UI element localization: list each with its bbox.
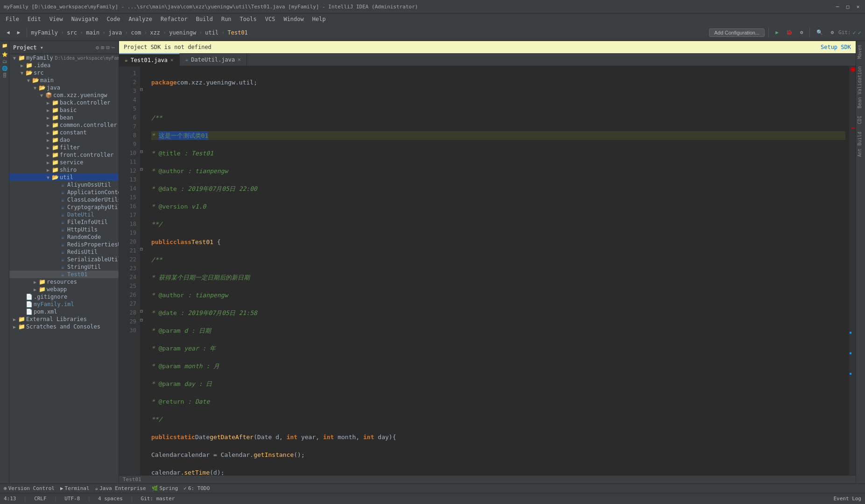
back-button[interactable]: ◀ xyxy=(4,28,13,36)
breadcrumb-com[interactable]: com xyxy=(131,29,141,36)
maven-tab[interactable]: Maven xyxy=(856,41,865,63)
line-ending-item[interactable]: CRLF xyxy=(34,496,47,502)
favorites-icon[interactable]: ⭐ xyxy=(2,52,7,57)
terminal-button[interactable]: ▶ Terminal xyxy=(60,485,90,491)
tree-item-idea[interactable]: ▶ 📁 .idea xyxy=(9,62,119,69)
breadcrumb-util[interactable]: util xyxy=(205,29,218,36)
run-config-button[interactable]: ⚙ xyxy=(797,28,806,36)
breadcrumb-java[interactable]: java xyxy=(108,29,122,36)
tree-item-scratches[interactable]: ▶ 📁 Scratches and Consoles xyxy=(9,323,119,330)
tree-item-randomcode[interactable]: ▶ ☕ RandomCode xyxy=(9,233,119,241)
bean-validation-tab[interactable]: Bean Validation xyxy=(856,63,865,112)
tree-item-serializable[interactable]: ▶ ☕ SerializableUtil xyxy=(9,256,119,263)
tree-item-util[interactable]: ▼ 📂 util xyxy=(9,174,119,181)
forward-button[interactable]: ▶ xyxy=(14,28,23,36)
collapse-icon[interactable]: ⊟ xyxy=(106,44,110,51)
tree-item-main[interactable]: ▼ 📂 main xyxy=(9,77,119,84)
tree-item-bean[interactable]: ▶ 📁 bean xyxy=(9,114,119,121)
menu-analyze[interactable]: Analyze xyxy=(125,15,156,23)
encoding-item[interactable]: UTF-8 xyxy=(64,496,80,502)
todo-button[interactable]: ✓ 6: TODO xyxy=(183,485,210,491)
fold-icon-5[interactable]: ⊟ xyxy=(140,308,148,317)
menu-build[interactable]: Build xyxy=(192,15,217,23)
tree-item-back-controller[interactable]: ▶ 📁 back.controller xyxy=(9,99,119,106)
search-button[interactable]: 🔍 xyxy=(814,28,826,36)
maximize-button[interactable]: □ xyxy=(844,3,851,10)
tree-item-stringutil[interactable]: ▶ ☕ StringUtil xyxy=(9,263,119,271)
tree-item-resources[interactable]: ▶ 📁 resources xyxy=(9,278,119,286)
menu-view[interactable]: View xyxy=(46,15,67,23)
breadcrumb-test01[interactable]: Test01 xyxy=(228,29,248,36)
breadcrumb-xzz[interactable]: xzz xyxy=(150,29,160,36)
tree-item-httputils[interactable]: ▶ ☕ HttpUtils xyxy=(9,226,119,233)
structure-icon[interactable]: 🗂 xyxy=(2,59,7,64)
fold-icon-6[interactable]: ⊟ xyxy=(140,317,148,326)
tab-dateutil[interactable]: ☕ DateUtil.java ✕ xyxy=(180,53,247,66)
cdi-tab[interactable]: CDI xyxy=(856,112,865,128)
menu-help[interactable]: Help xyxy=(309,15,330,23)
tree-item-basic[interactable]: ▶ 📁 basic xyxy=(9,106,119,114)
menu-code[interactable]: Code xyxy=(103,15,124,23)
close-button[interactable]: ✕ xyxy=(855,3,861,10)
sync-icon[interactable]: ⚙ xyxy=(96,44,99,51)
menu-vcs[interactable]: VCS xyxy=(261,15,279,23)
spring-button[interactable]: 🌿 Spring xyxy=(152,485,178,491)
menu-edit[interactable]: Edit xyxy=(24,15,45,23)
tab-close-dateutil[interactable]: ✕ xyxy=(238,56,241,63)
tree-item-crypto[interactable]: ▶ ☕ CryptographyUtil xyxy=(9,203,119,211)
tree-item-dateutil[interactable]: ▶ ☕ DateUtil xyxy=(9,211,119,218)
settings-icon[interactable]: ⋯ xyxy=(112,44,115,51)
tab-test01[interactable]: ☕ Test01.java ✕ xyxy=(119,53,180,66)
tree-item-java[interactable]: ▼ 📂 java xyxy=(9,84,119,91)
debug-button[interactable]: 🐞 xyxy=(783,28,795,36)
menu-file[interactable]: File xyxy=(2,15,23,23)
tree-item-myfamily[interactable]: ▼ 📁 myFamily D:\idea_workspace\myFam... xyxy=(9,54,119,62)
tree-item-constant[interactable]: ▶ 📁 constant xyxy=(9,129,119,136)
fold-icon-3[interactable]: ⊟ xyxy=(140,167,148,175)
tree-item-appcontext[interactable]: ▶ ☕ ApplicationContext xyxy=(9,189,119,196)
project-view-icon[interactable]: 📁 xyxy=(2,43,7,48)
breadcrumb-myfamily[interactable]: myFamily xyxy=(31,29,58,36)
tree-item-fileinfo[interactable]: ▶ ☕ FileInfoUtil xyxy=(9,218,119,226)
tree-item-external-libs[interactable]: ▶ 📁 External Libraries xyxy=(9,315,119,323)
tree-item-aliyun[interactable]: ▶ ☕ AliyunOssUtil xyxy=(9,181,119,189)
tree-item-redisutil[interactable]: ▶ ☕ RedisUtil xyxy=(9,248,119,256)
tree-item-src[interactable]: ▼ 📂 src xyxy=(9,69,119,77)
add-configuration-button[interactable]: Add Configuration... xyxy=(709,28,765,37)
settings-button[interactable]: ⚙ xyxy=(828,28,837,36)
tab-close-test01[interactable]: ✕ xyxy=(170,57,174,63)
setup-sdk-link[interactable]: Setup SDK xyxy=(821,44,851,50)
tree-item-common-controller[interactable]: ▶ 📁 common.controller xyxy=(9,121,119,129)
breadcrumb-yueningw[interactable]: yueningw xyxy=(169,29,196,36)
tree-item-package[interactable]: ▼ 📦 com.xzz.yueningw xyxy=(9,91,119,99)
code-editor[interactable]: 1 2 3 4 5 6 7 8 9 10 11 12 13 14 15 16 1… xyxy=(119,66,856,475)
version-control-button[interactable]: ⊕ Version Control xyxy=(4,485,55,491)
tree-item-test01[interactable]: ▶ ☕ Test01 xyxy=(9,271,119,278)
tree-item-iml[interactable]: ▶ 📄 myFamily.iml xyxy=(9,301,119,308)
fold-icon-1[interactable]: ⊟ xyxy=(140,87,148,96)
git-check-2[interactable]: ✓ xyxy=(858,29,861,36)
tree-item-dao[interactable]: ▶ 📁 dao xyxy=(9,136,119,144)
run-button[interactable]: ▶ xyxy=(773,28,781,36)
tree-item-gitignore[interactable]: ▶ 📄 .gitignore xyxy=(9,293,119,301)
tree-item-pom[interactable]: ▶ 📄 pom.xml xyxy=(9,308,119,315)
tree-item-filter[interactable]: ▶ 📁 filter xyxy=(9,144,119,151)
fold-icon-4[interactable]: ⊟ xyxy=(140,246,148,255)
menu-refactor[interactable]: Refactor xyxy=(157,15,191,23)
java-enterprise-button[interactable]: ☕ Java Enterprise xyxy=(95,485,146,491)
tree-item-classloader[interactable]: ▶ ☕ ClassLoaderUtils xyxy=(9,196,119,203)
indent-item[interactable]: 4 spaces xyxy=(98,496,123,502)
tree-item-front-controller[interactable]: ▶ 📁 front.controller xyxy=(9,151,119,159)
event-log-item[interactable]: Event Log xyxy=(833,496,861,502)
git-status-item[interactable]: Git: master xyxy=(141,496,175,502)
web-icon[interactable]: 🌐 xyxy=(2,66,7,71)
menu-run[interactable]: Run xyxy=(218,15,235,23)
tree-item-webapp[interactable]: ▶ 📁 webapp xyxy=(9,286,119,293)
breadcrumb-src[interactable]: src xyxy=(67,29,77,36)
tree-item-service[interactable]: ▶ 📁 service xyxy=(9,159,119,166)
tree-item-shiro[interactable]: ▶ 📁 shiro xyxy=(9,166,119,174)
menu-navigate[interactable]: Navigate xyxy=(68,15,102,23)
git-check-1[interactable]: ✓ xyxy=(853,29,856,36)
expand-all-icon[interactable]: ⊞ xyxy=(101,44,104,51)
tree-item-redisprops[interactable]: ▶ ☕ RedisPropertiesUtil xyxy=(9,241,119,248)
